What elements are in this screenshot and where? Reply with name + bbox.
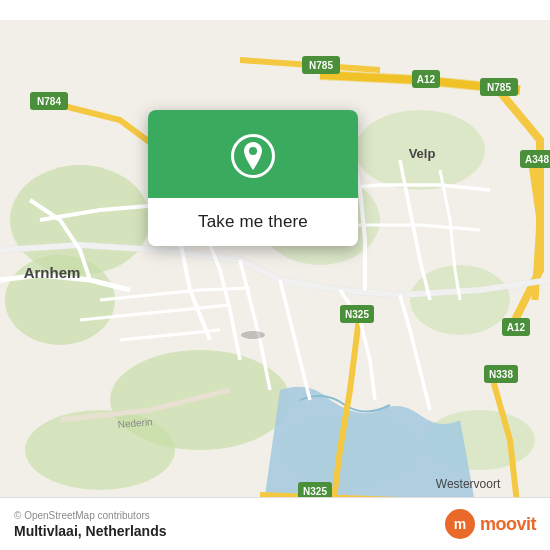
popup-card: Take me there bbox=[148, 110, 358, 246]
svg-text:N784: N784 bbox=[37, 96, 61, 107]
take-me-there-button[interactable]: Take me there bbox=[148, 198, 358, 246]
moovit-logo: m moovit bbox=[444, 508, 536, 540]
svg-text:N338: N338 bbox=[489, 369, 513, 380]
popup-green-area bbox=[148, 110, 358, 198]
bottom-info: © OpenStreetMap contributors Multivlaai,… bbox=[14, 510, 166, 539]
bottom-bar: © OpenStreetMap contributors Multivlaai,… bbox=[0, 497, 550, 550]
svg-text:Velp: Velp bbox=[409, 146, 436, 161]
copyright-text: © OpenStreetMap contributors bbox=[14, 510, 166, 521]
svg-text:m: m bbox=[454, 516, 466, 532]
svg-text:N785: N785 bbox=[487, 82, 511, 93]
svg-text:A12: A12 bbox=[507, 322, 526, 333]
svg-text:A348: A348 bbox=[525, 154, 549, 165]
svg-text:N785: N785 bbox=[309, 60, 333, 71]
map-background: N784 N785 N785 A12 A348 A12 N325 N325 N3… bbox=[0, 0, 550, 550]
svg-text:Arnhem: Arnhem bbox=[24, 264, 81, 281]
location-name: Multivlaai, Netherlands bbox=[14, 523, 166, 539]
moovit-text: moovit bbox=[480, 514, 536, 535]
moovit-icon: m bbox=[444, 508, 476, 540]
svg-text:N325: N325 bbox=[345, 309, 369, 320]
location-pin-icon bbox=[231, 134, 275, 178]
map-container: N784 N785 N785 A12 A348 A12 N325 N325 N3… bbox=[0, 0, 550, 550]
svg-point-33 bbox=[249, 147, 257, 155]
svg-text:A12: A12 bbox=[417, 74, 436, 85]
svg-text:N325: N325 bbox=[303, 486, 327, 497]
svg-point-32 bbox=[241, 331, 265, 339]
svg-text:Westervoort: Westervoort bbox=[436, 477, 501, 491]
